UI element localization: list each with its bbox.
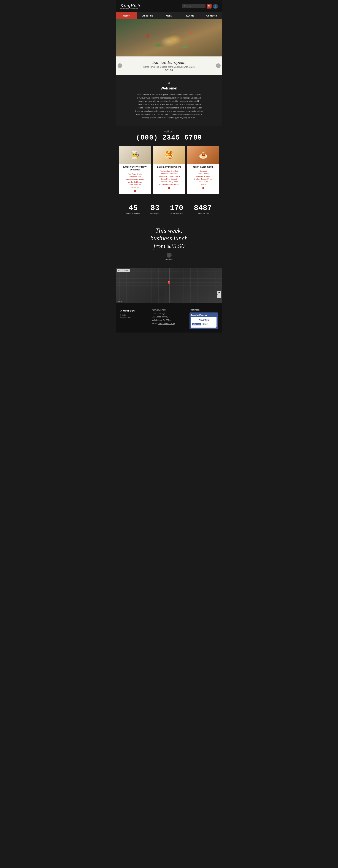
list-item: Cinnamon Roll	[121, 176, 149, 178]
lunch-section: This week:business lunchfrom $25.90 ▼ cl…	[116, 220, 222, 268]
stat-cooks-number: 45	[126, 204, 140, 212]
list-item: Cavatapi	[189, 170, 217, 173]
map-section[interactable]: Map Satellite 📍 + − Google	[116, 268, 222, 303]
brunch-link-5[interactable]: Crustless Mini-Quiches	[160, 181, 178, 183]
card-pasta-body: Italian pasta menu: Cavatapi Ricotta Gno…	[187, 164, 219, 191]
facebook-like-box[interactable]: WELCOME Like Page Share	[191, 317, 216, 328]
map-controls: Map Satellite	[117, 269, 130, 272]
hero-prev-button[interactable]: ‹	[118, 63, 122, 68]
card-dot-3	[202, 187, 204, 189]
stat-beverages: 83 beverages	[150, 204, 159, 214]
hero-caption: ‹ Salmon European Roma Tomatoes, Capers,…	[116, 57, 222, 75]
pasta-link-6[interactable]: Lasagna	[199, 183, 206, 185]
zoom-out-button[interactable]: −	[217, 294, 221, 298]
share-button[interactable]: Share	[202, 322, 208, 326]
like-button[interactable]: Like Page	[192, 322, 201, 326]
brunch-link-3[interactable]: Cinnamon Ricotta Casserole	[158, 176, 180, 177]
hero-next-button[interactable]: ›	[216, 63, 221, 68]
satellite-button[interactable]: Satellite	[122, 269, 129, 272]
list-item: Pasta Louise	[189, 180, 217, 183]
card-brunch-image: 🥞	[153, 146, 185, 164]
site-tagline: Seafood LA restaurant	[120, 8, 140, 9]
stat-dishes-label: dishes in menu	[170, 212, 183, 214]
list-item: Kugelhopf Breakfast Rolls	[155, 183, 183, 186]
dessert-link-4[interactable]: Vanilla Soft Serve	[128, 181, 142, 183]
card-desserts-list: Red Velvet Shake Cinnamon Roll Peanut Bu…	[121, 173, 149, 189]
list-item: Vanilla Soft Serve	[121, 181, 149, 183]
stat-beverages-label: beverages	[150, 212, 159, 214]
pasta-link-4[interactable]: Chicken Broccoli Penne	[193, 178, 212, 180]
list-item: Breakfast Casserole	[155, 173, 183, 175]
card-desserts-title: Large variety of tasty desserts:	[121, 165, 149, 172]
nav-item-contacts[interactable]: Contacts	[201, 12, 222, 19]
footer-email-link[interactable]: mail@demoLink.org	[158, 322, 176, 324]
brunch-link-1[interactable]: Potato & Egg Breakfast	[160, 170, 178, 172]
card-brunch-title: Late morning brunch:	[155, 165, 183, 168]
nav-item-menu[interactable]: Menu	[158, 12, 180, 19]
hero-image	[116, 19, 222, 57]
facebook-widget-title: TemplateMonster	[191, 314, 216, 316]
stat-clients-number: 8487	[194, 204, 212, 212]
list-item: Chicken Broccoli Penne	[189, 178, 217, 180]
nav-item-home[interactable]: Home	[116, 12, 137, 19]
footer-privacy-link[interactable]: Privacy Policy	[120, 316, 149, 318]
footer-address: USA – Chicago 991 East E Street, Wilming…	[152, 312, 186, 325]
header-controls: 🔍 👤	[182, 4, 218, 9]
dessert-link-6[interactable]: Sundae Pie	[130, 186, 140, 188]
nav-item-events[interactable]: Events	[180, 12, 201, 19]
site-footer: KingFish © 2016 Privacy Policy (800) 234…	[116, 303, 222, 333]
dessert-link-2[interactable]: Cinnamon Roll	[129, 176, 141, 178]
nav-item-about[interactable]: About us	[137, 12, 158, 19]
cards-section: 👨‍🍳 Large variety of tasty desserts: Red…	[116, 146, 222, 199]
hero-dish-desc: Roma Tomatoes, Capers, Marinara served w…	[121, 66, 217, 68]
card-pasta-title: Italian pasta menu:	[189, 165, 217, 168]
list-item: Potato & Egg Breakfast	[155, 170, 183, 173]
dessert-link-5[interactable]: Dutch Apple Pie	[129, 184, 141, 186]
site-header: KingFish Seafood LA restaurant 🔍 👤	[116, 0, 222, 12]
google-label: Google	[117, 301, 122, 302]
welcome-text: Would you like to savor the exquisite cu…	[135, 93, 203, 120]
stat-clients: 8487 clients served	[194, 204, 212, 214]
pasta-link-3[interactable]: Eggplant Rollatini	[196, 176, 210, 177]
dessert-link-3[interactable]: Peanut Butter Cup Pie	[126, 179, 144, 180]
pasta-link-2[interactable]: Ricotta Gnocchi	[197, 173, 209, 175]
search-input[interactable]	[182, 4, 206, 8]
search-button[interactable]: 🔍	[207, 4, 212, 8]
card-brunch-list: Potato & Egg Breakfast Breakfast Cassero…	[155, 170, 183, 186]
pasta-link-5[interactable]: Pasta Louise	[198, 181, 208, 183]
card-dot-2	[168, 187, 170, 189]
stat-beverages-number: 83	[150, 204, 159, 212]
card-desserts-image: 👨‍🍳	[119, 146, 151, 164]
brunch-link-4[interactable]: Basic Oven Omelet	[161, 178, 177, 180]
welcome-crown-icon: ♛	[121, 81, 217, 85]
card-pasta-image: 🍝	[187, 146, 219, 164]
brunch-link-6[interactable]: Kugelhopf Breakfast Rolls	[159, 183, 179, 185]
lunch-click-icon: ▼	[166, 253, 172, 258]
footer-facebook-title: Facebook:	[189, 309, 218, 311]
brunch-link-2[interactable]: Breakfast Casserole	[161, 173, 177, 175]
lunch-click-button[interactable]: ▼ click here	[165, 253, 173, 260]
list-item: Lasagna	[189, 183, 217, 186]
hero-price: $25.60	[121, 69, 217, 71]
card-pasta-list: Cavatapi Ricotta Gnocchi Eggplant Rollat…	[189, 170, 217, 186]
facebook-welcome-text: WELCOME	[192, 318, 215, 322]
lunch-click-label: click here	[165, 258, 173, 260]
map-button[interactable]: Map	[117, 269, 122, 272]
lunch-title: This week:business lunchfrom $25.90	[121, 227, 217, 250]
card-desserts-body: Large variety of tasty desserts: Red Vel…	[119, 164, 151, 194]
zoom-in-button[interactable]: +	[217, 291, 221, 294]
footer-logo: KingFish	[120, 309, 149, 313]
site-logo: KingFish	[120, 3, 140, 8]
pasta-link-1[interactable]: Cavatapi	[199, 170, 207, 172]
stat-dishes-number: 170	[170, 204, 183, 212]
callus-label: call us:	[121, 130, 217, 133]
dessert-link-1[interactable]: Red Velvet Shake	[128, 173, 142, 175]
list-item: Red Velvet Shake	[121, 173, 149, 176]
hero-dish-name: Salmon European	[121, 60, 217, 65]
footer-logo-container: KingFish © 2016 Privacy Policy	[120, 309, 149, 318]
stats-section: 45 cooks & waiters 83 beverages 170 dish…	[116, 199, 222, 220]
footer-phone: (800) 2345 6789	[152, 309, 186, 312]
footer-contact: (800) 2345 6789 USA – Chicago 991 East E…	[152, 309, 186, 325]
user-button[interactable]: 👤	[213, 4, 218, 9]
main-nav: Home About us Menu Events Contacts	[116, 12, 222, 19]
